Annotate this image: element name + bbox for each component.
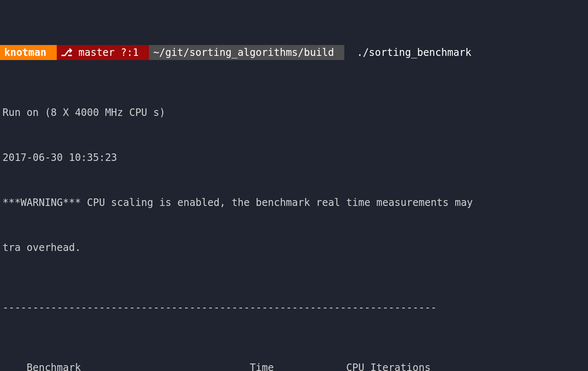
- prompt-user: knotman: [0, 45, 57, 60]
- prompt-branch: ⎇ master ?:1: [57, 45, 149, 60]
- timestamp-line: 2017-06-30 10:35:23: [0, 150, 588, 165]
- separator-top: ----------------------------------------…: [0, 300, 588, 315]
- header-cpu: CPU: [292, 360, 364, 371]
- terminal-window[interactable]: knotman ⎇ master ?:1 ~/git/sorting_algor…: [0, 0, 588, 371]
- header-name: Benchmark: [27, 360, 202, 371]
- run-on-line: Run on (8 X 4000 MHz CPU s): [0, 105, 588, 120]
- prompt-command: ./sorting_benchmark: [353, 45, 476, 60]
- branch-icon: ⎇: [61, 45, 73, 60]
- warning-line-1: ***WARNING*** CPU scaling is enabled, th…: [0, 195, 588, 210]
- header-row: BenchmarkTimeCPUIterations: [0, 345, 588, 371]
- shell-prompt: knotman ⎇ master ?:1 ~/git/sorting_algor…: [0, 45, 588, 60]
- header-time: Time: [202, 360, 274, 371]
- warning-line-2: tra overhead.: [0, 240, 588, 255]
- prompt-cwd: ~/git/sorting_algorithms/build: [149, 45, 344, 60]
- header-iter: Iterations: [364, 360, 443, 371]
